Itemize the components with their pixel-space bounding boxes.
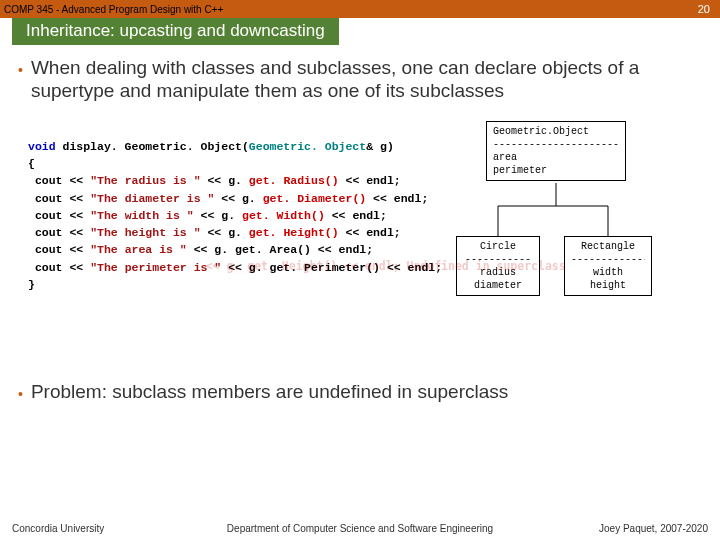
bullet-dot-icon: • (18, 386, 23, 403)
bullet-2-text: Problem: subclass members are undefined … (31, 381, 508, 404)
uml-diagram: Geometric.Object ---------------------- … (456, 121, 692, 341)
content-area: • When dealing with classes and subclass… (0, 45, 720, 403)
bullet-1-text: When dealing with classes and subclasses… (31, 57, 702, 103)
slide-title: Inheritance: upcasting and downcasting (12, 18, 339, 45)
footer-left: Concordia University (12, 523, 104, 534)
title-row: Inheritance: upcasting and downcasting (0, 18, 720, 45)
page-number: 20 (698, 3, 716, 15)
course-label: COMP 345 - Advanced Program Design with … (4, 4, 223, 15)
code-block: void display. Geometric. Object(Geometri… (28, 121, 442, 311)
bullet-2: • Problem: subclass members are undefine… (18, 381, 702, 404)
footer-mid: Department of Computer Science and Softw… (227, 523, 493, 534)
bullet-1: • When dealing with classes and subclass… (18, 57, 702, 103)
ghost-overlay-text: << g. get. Height() << endl; Undefined i… (178, 259, 566, 273)
uml-rectangle: Rectangle ------------- width height (564, 236, 652, 296)
body-row: void display. Geometric. Object(Geometri… (18, 121, 702, 341)
uml-geometric-object: Geometric.Object ---------------------- … (486, 121, 626, 181)
header-bar: COMP 345 - Advanced Program Design with … (0, 0, 720, 18)
footer-right: Joey Paquet, 2007-2020 (599, 523, 708, 534)
bullet-dot-icon: • (18, 62, 23, 79)
footer: Concordia University Department of Compu… (0, 517, 720, 540)
